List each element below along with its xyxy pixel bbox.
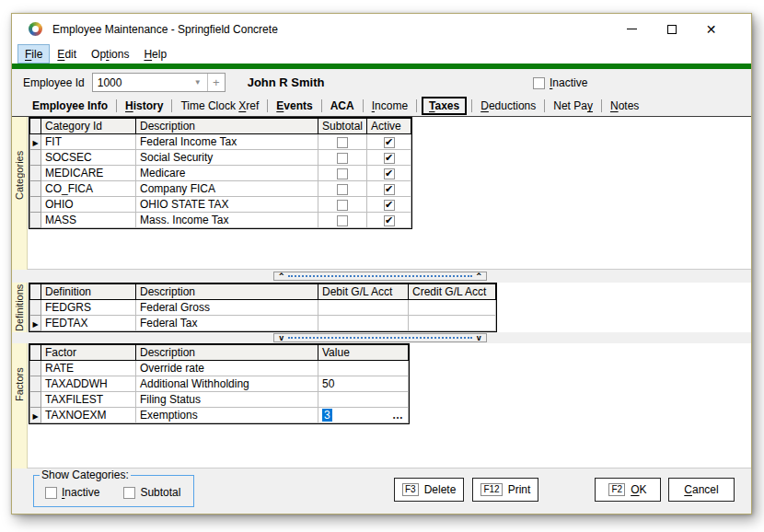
tab-taxes[interactable]: Taxes [422, 97, 467, 115]
column-header: Category Id [41, 119, 136, 134]
collapse-up-icon[interactable]: ^ [279, 273, 284, 280]
cell-credit-gl-acct[interactable] [409, 316, 496, 331]
cell-definition-id[interactable]: FEDGRS [41, 300, 136, 316]
collapse-up-icon[interactable]: ^ [477, 273, 481, 280]
cell-category-id[interactable]: FIT [41, 134, 136, 150]
cell-description[interactable]: Medicare [136, 166, 318, 181]
cell-value[interactable] [318, 392, 409, 408]
cell-definition-id[interactable]: FEDTAX [41, 316, 136, 331]
subtotal-checkbox[interactable] [337, 184, 348, 195]
subtotal-checkbox[interactable] [337, 168, 348, 179]
tab-employee-info[interactable]: Employee Info [27, 98, 113, 114]
row-selector[interactable] [30, 392, 41, 408]
cell-description[interactable]: Additional Withholding [136, 376, 318, 392]
cell-category-id[interactable]: MASS [41, 213, 136, 228]
menu-file[interactable]: File [17, 44, 50, 64]
inactive-checkbox[interactable]: Inactive [533, 76, 587, 89]
show-inactive-checkbox[interactable]: Inactive [45, 486, 99, 499]
add-icon[interactable]: + [208, 75, 225, 89]
row-selector[interactable]: ▶ [30, 408, 41, 423]
cell-description[interactable]: OHIO STATE TAX [136, 197, 318, 213]
row-selector[interactable]: ▶ [30, 316, 41, 331]
ok-button[interactable]: F2OK [595, 478, 661, 502]
cell-description[interactable]: Social Security [136, 150, 318, 166]
cell-credit-gl-acct[interactable] [409, 300, 496, 316]
subtotal-checkbox[interactable] [337, 215, 348, 226]
cell-description[interactable]: Company FICA [136, 181, 318, 197]
active-checkbox[interactable]: ✔ [384, 137, 395, 148]
row-selector[interactable] [30, 300, 41, 316]
column-header: Credit G/L Acct [409, 284, 496, 300]
definitions-section: Definitions DefinitionDescriptionDebit G… [12, 283, 751, 332]
cell-description[interactable]: Federal Gross [136, 300, 318, 316]
tab-notes[interactable]: Notes [605, 98, 644, 114]
cell-category-id[interactable]: SOCSEC [41, 150, 136, 166]
minimize-button[interactable] [612, 14, 652, 44]
cell-value[interactable] [318, 361, 409, 376]
active-checkbox[interactable]: ✔ [384, 153, 395, 164]
cell-category-id[interactable]: MEDICARE [41, 166, 136, 181]
row-selector[interactable]: ▶ [30, 134, 41, 150]
cell-debit-gl-acct[interactable] [318, 300, 409, 316]
cell-category-id[interactable]: OHIO [41, 197, 136, 213]
row-selector[interactable] [30, 166, 41, 181]
factors-side-label: Factors [12, 343, 27, 426]
maximize-button[interactable] [652, 14, 691, 44]
employee-id-combo[interactable]: 1000 ▼ + [92, 73, 226, 92]
tab-net-pay[interactable]: Net Pay [548, 98, 598, 114]
print-button[interactable]: F12Print [472, 478, 538, 502]
cell-factor-id[interactable]: TAXFILEST [41, 392, 136, 408]
tab-history[interactable]: History [120, 98, 168, 114]
cell-value[interactable]: 50 [318, 376, 409, 392]
ellipsis-button[interactable]: … [392, 409, 404, 422]
factors-grid: FactorDescriptionValueRATEOverride rateT… [29, 343, 410, 424]
row-selector[interactable] [30, 213, 41, 228]
active-checkbox[interactable]: ✔ [384, 215, 395, 226]
active-checkbox[interactable]: ✔ [384, 184, 395, 195]
show-categories-group: Show Categories: InactiveSubtotal [33, 475, 194, 507]
close-button[interactable]: ✕ [691, 14, 731, 44]
delete-button[interactable]: F3Delete [394, 478, 464, 502]
row-selector[interactable] [30, 197, 41, 213]
splitter-1[interactable]: ^ ^ [273, 272, 487, 281]
tab-events[interactable]: Events [271, 98, 318, 114]
tab-income[interactable]: Income [366, 98, 413, 114]
cell-value[interactable]: 3… [318, 408, 409, 423]
tab-aca[interactable]: ACA [325, 98, 360, 114]
table-row: TAXFILESTFiling Status [30, 392, 409, 408]
splitter-2[interactable]: v v [273, 333, 487, 342]
row-selector[interactable] [30, 150, 41, 166]
tab-time-clock-xref[interactable]: Time Clock Xref [175, 98, 264, 114]
checkbox-box [123, 487, 135, 499]
row-selector[interactable] [30, 361, 41, 376]
cell-debit-gl-acct[interactable] [318, 316, 409, 331]
chevron-down-icon[interactable]: ▼ [189, 78, 207, 87]
cell-description[interactable]: Federal Tax [136, 316, 318, 331]
app-icon[interactable] [29, 22, 42, 36]
show-subtotal-checkbox[interactable]: Subtotal [123, 486, 180, 499]
cell-description[interactable]: Exemptions [136, 408, 318, 423]
collapse-down-icon[interactable]: v [279, 335, 284, 341]
row-selector[interactable] [30, 181, 41, 197]
cell-factor-id[interactable]: TAXADDWH [41, 376, 136, 392]
tab-separator [321, 99, 322, 112]
cell-description[interactable]: Federal Income Tax [136, 134, 318, 150]
cell-category-id[interactable]: CO_FICA [41, 181, 136, 197]
menu-edit[interactable]: Edit [50, 44, 84, 64]
subtotal-checkbox[interactable] [337, 137, 348, 148]
cell-description[interactable]: Filing Status [136, 392, 318, 408]
subtotal-checkbox[interactable] [337, 153, 348, 164]
row-selector[interactable] [30, 376, 41, 392]
cell-description[interactable]: Override rate [136, 361, 318, 376]
menu-options[interactable]: Options [84, 44, 136, 64]
tab-deductions[interactable]: Deductions [475, 98, 541, 114]
collapse-down-icon[interactable]: v [477, 335, 481, 341]
cancel-button[interactable]: Cancel [668, 478, 735, 502]
cell-factor-id[interactable]: RATE [41, 361, 136, 376]
active-checkbox[interactable]: ✔ [384, 168, 395, 179]
active-checkbox[interactable]: ✔ [384, 200, 395, 211]
cell-factor-id[interactable]: TAXNOEXM [41, 408, 136, 423]
cell-description[interactable]: Mass. Income Tax [136, 213, 318, 228]
subtotal-checkbox[interactable] [337, 200, 348, 211]
menu-help[interactable]: Help [136, 44, 174, 64]
